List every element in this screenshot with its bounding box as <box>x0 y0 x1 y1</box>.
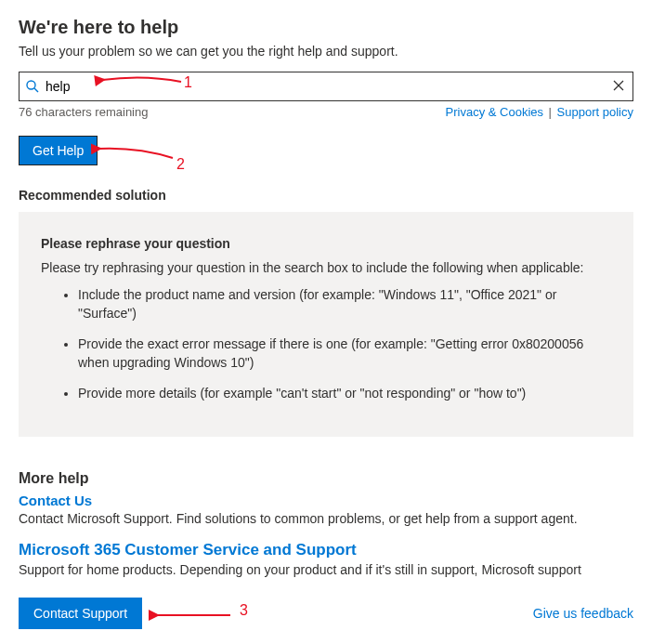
page-subtitle: Tell us your problem so we can get you t… <box>19 44 633 59</box>
card-description: Please try rephrasing your question in t… <box>41 260 611 275</box>
give-feedback-link[interactable]: Give us feedback <box>533 606 633 621</box>
get-help-button[interactable]: Get Help <box>19 136 98 165</box>
m365-support-description: Support for home products. Depending on … <box>19 561 633 579</box>
search-input[interactable] <box>40 79 610 94</box>
search-box[interactable] <box>19 72 633 101</box>
contact-support-button[interactable]: Contact Support <box>19 598 142 629</box>
svg-point-0 <box>27 81 35 89</box>
svg-line-1 <box>34 88 38 92</box>
card-bullet: Provide more details (for example "can't… <box>78 385 611 403</box>
more-help-heading: More help <box>19 470 633 487</box>
annotation-arrow-2 <box>91 138 184 169</box>
card-bullet: Provide the exact error message if there… <box>78 335 611 372</box>
card-title: Please rephrase your question <box>41 236 611 251</box>
recommended-card: Please rephrase your question Please try… <box>19 212 633 437</box>
privacy-cookies-link[interactable]: Privacy & Cookies <box>446 105 543 119</box>
recommended-solution-heading: Recommended solution <box>19 188 633 203</box>
link-separator: | <box>545 105 555 119</box>
chars-remaining: 76 characters remaining <box>19 105 148 119</box>
m365-support-link[interactable]: Microsoft 365 Customer Service and Suppo… <box>19 541 633 559</box>
contact-us-description: Contact Microsoft Support. Find solution… <box>19 510 633 528</box>
close-icon <box>612 81 625 95</box>
card-bullet: Include the product name and version (fo… <box>78 286 611 322</box>
contact-us-link[interactable]: Contact Us <box>19 493 633 508</box>
search-icon <box>25 79 40 94</box>
annotation-label-2: 2 <box>176 156 185 173</box>
support-policy-link[interactable]: Support policy <box>557 105 633 119</box>
page-title: We're here to help <box>19 17 633 38</box>
clear-search-button[interactable] <box>610 77 627 97</box>
